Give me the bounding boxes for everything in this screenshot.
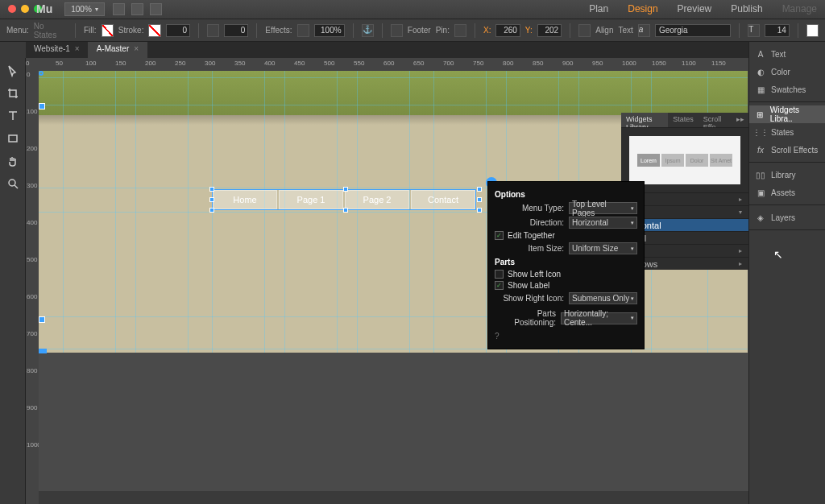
guide[interactable] [63, 71, 64, 353]
stroke-width[interactable]: 0 [166, 24, 190, 37]
selection-handle[interactable] [477, 197, 482, 202]
page-origin[interactable] [39, 71, 44, 76]
nav-design[interactable]: Design [628, 3, 657, 14]
nav-preview[interactable]: Preview [678, 3, 712, 14]
guide[interactable] [39, 77, 748, 78]
show-right-icon-select[interactable]: Submenus Only [569, 292, 637, 304]
x-value[interactable]: 260 [495, 24, 520, 37]
tab-widgets-library[interactable]: Widgets Library [621, 113, 668, 127]
guide[interactable] [337, 71, 338, 353]
dock-label: States [771, 128, 794, 137]
guide[interactable] [409, 71, 410, 353]
corners-icon[interactable] [207, 24, 219, 37]
selection-tool[interactable] [3, 61, 23, 81]
rectangle-tool[interactable] [3, 129, 23, 148]
guide[interactable] [39, 105, 748, 105]
page-handle[interactable] [39, 103, 45, 109]
selection-handle[interactable] [209, 187, 214, 192]
footer-checkbox[interactable] [391, 24, 403, 37]
text-tool[interactable] [3, 106, 23, 126]
menu-item[interactable]: Page 2 [345, 190, 409, 209]
guide[interactable] [264, 71, 265, 353]
selection-handle[interactable] [343, 187, 348, 192]
page-handle[interactable] [39, 316, 45, 323]
menu-state[interactable]: No States [34, 22, 67, 39]
dock-label: Text [771, 50, 786, 59]
text-color-swatch[interactable] [806, 24, 819, 37]
minimize-window-icon[interactable] [21, 5, 29, 13]
ruler-tick: 200 [145, 60, 155, 67]
menu-item[interactable]: Home [213, 190, 277, 209]
tab-website[interactable]: Website-1× [26, 42, 89, 58]
font-family-select[interactable]: Georgia [655, 24, 731, 37]
selection-handle[interactable] [209, 197, 214, 202]
close-icon[interactable]: × [134, 44, 139, 53]
dock-layers[interactable]: ◈Layers [749, 209, 825, 226]
effects-icon[interactable] [297, 24, 309, 37]
parts-positioning-select[interactable]: Horizontally; Cente... [561, 312, 637, 324]
selection-handle[interactable] [343, 208, 348, 213]
menu-item[interactable]: Page 1 [279, 190, 343, 209]
corners-value[interactable]: 0 [224, 24, 248, 37]
dock-library[interactable]: ▯▯Library [749, 166, 825, 184]
dock-label: Assets [771, 188, 795, 197]
dock-assets[interactable]: ▣Assets [749, 184, 825, 201]
ruler-tick: 100 [85, 60, 96, 67]
guide[interactable] [433, 71, 434, 353]
tab-master[interactable]: A-Master× [89, 42, 147, 58]
show-label-checkbox[interactable] [495, 281, 504, 290]
tab-states[interactable]: States [668, 113, 699, 127]
edit-together-checkbox[interactable] [495, 231, 504, 240]
dock-text[interactable]: AText [749, 45, 825, 63]
align-label[interactable]: Align [595, 26, 613, 35]
hand-tool[interactable] [3, 151, 23, 171]
font-size[interactable]: 14 [765, 24, 789, 37]
guide[interactable] [135, 71, 136, 353]
show-left-icon-checkbox[interactable] [495, 270, 504, 279]
separator [353, 23, 354, 38]
italic-icon[interactable]: a [638, 24, 650, 37]
parts-positioning-label: Parts Positioning: [495, 309, 561, 327]
guide[interactable] [188, 71, 189, 353]
nav-publish[interactable]: Publish [731, 3, 762, 14]
zoom-tool[interactable] [3, 174, 23, 193]
text-label[interactable]: Text [618, 26, 632, 35]
tool-icon[interactable] [113, 3, 125, 15]
menu-item[interactable]: Contact [411, 190, 475, 209]
tool-icon[interactable] [131, 3, 143, 15]
dock-states[interactable]: ⋮⋮States [749, 123, 825, 141]
pin-grid[interactable] [454, 24, 466, 37]
dock-swatches[interactable]: ▦Swatches [749, 81, 825, 98]
guide[interactable] [115, 71, 116, 353]
selection-handle[interactable] [477, 208, 482, 213]
crop-tool[interactable] [3, 84, 23, 103]
ruler-tick: 400 [264, 60, 275, 67]
anchor-icon[interactable]: ⚓ [362, 24, 374, 37]
dock-scroll-effects[interactable]: fxScroll Effects [749, 141, 825, 159]
tool-icon[interactable] [150, 3, 162, 15]
nav-plan[interactable]: Plan [589, 3, 608, 14]
y-value[interactable]: 202 [537, 24, 562, 37]
direction-select[interactable]: Horizontal [569, 217, 637, 229]
item-size-select[interactable]: Uniform Size [569, 242, 637, 254]
nav-manage[interactable]: Manage [782, 3, 817, 14]
stroke-swatch[interactable] [148, 24, 160, 37]
fill-swatch[interactable] [102, 24, 114, 37]
close-icon[interactable]: × [75, 44, 80, 53]
dock-widgets-library[interactable]: ⊞Widgets Libra.. [749, 105, 825, 123]
tab-scroll-effects[interactable]: Scroll Effe [699, 113, 732, 127]
panel-menu-icon[interactable]: ▸▸ [732, 113, 748, 127]
menu-type-select[interactable]: Top Level Pages [569, 202, 637, 214]
dock-color[interactable]: ◐Color [749, 63, 825, 81]
selection-handle[interactable] [477, 187, 482, 192]
help-icon[interactable]: ? [495, 332, 637, 341]
transform-icon[interactable] [578, 24, 591, 37]
zoom-select[interactable]: 100% [64, 2, 105, 16]
close-window-icon[interactable] [8, 5, 16, 13]
guide[interactable] [284, 71, 285, 353]
page-handle[interactable] [39, 349, 47, 353]
guide[interactable] [357, 71, 358, 353]
opacity-value[interactable]: 100% [314, 24, 345, 37]
selection-handle[interactable] [209, 208, 214, 213]
guide[interactable] [486, 71, 487, 353]
